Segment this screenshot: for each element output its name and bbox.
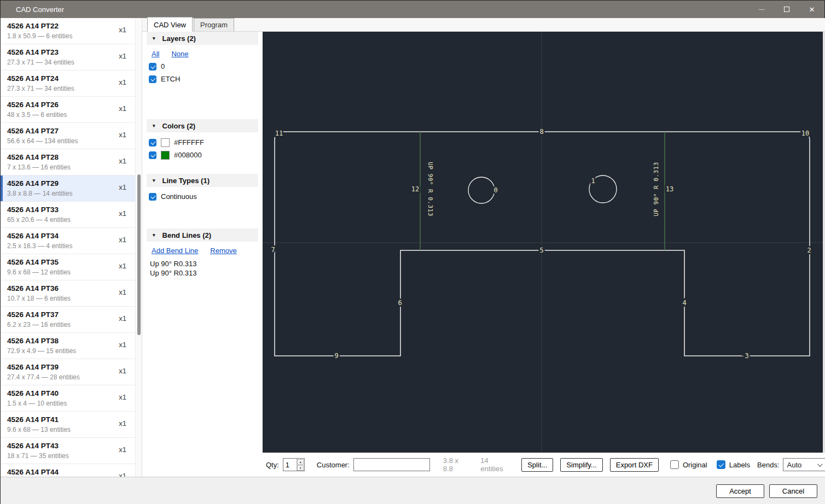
cad-canvas[interactable]: UP 90° R 0.313 UP 90° R 0.313 0 1 2 3 4 … — [263, 32, 825, 453]
part-list-item[interactable]: 4526 A14 PT41 9.6 x 68 — 13 entities x1 — [1, 412, 135, 438]
bend-lines-header[interactable]: ▾ Bend Lines (2) — [147, 228, 258, 242]
part-list-item[interactable]: 4526 A14 PT26 48 x 3.5 — 6 entities x1 — [1, 97, 135, 123]
part-title: 4526 A14 PT22 — [7, 22, 129, 30]
part-list-item[interactable]: 4526 A14 PT36 10.7 x 18 — 6 entities x1 — [1, 280, 135, 307]
tab-program[interactable]: Program — [194, 18, 234, 31]
part-subtitle: 27.3 x 71 — 34 entities — [7, 58, 129, 66]
part-list-item[interactable]: 4526 A14 PT44 x1 — [1, 464, 135, 477]
split-button[interactable]: Split... — [521, 458, 553, 472]
part-list-item[interactable]: 4526 A14 PT22 1.8 x 50.9 — 6 entities x1 — [1, 18, 135, 44]
export-dxf-button[interactable]: Export DXF — [610, 458, 659, 472]
close-button[interactable]: ✕ — [799, 1, 824, 18]
remove-bend-line-link[interactable]: Remove — [210, 247, 236, 255]
qty-input[interactable] — [283, 459, 297, 471]
part-list-item[interactable]: 4526 A14 PT27 56.6 x 64 — 134 entities x… — [1, 123, 135, 149]
part-list-item[interactable]: 4526 A14 PT35 9.6 x 68 — 12 entities x1 — [1, 254, 135, 280]
color-green-checkbox[interactable] — [149, 151, 156, 159]
color-row-green[interactable]: #008000 — [149, 150, 263, 160]
minimize-button[interactable] — [749, 1, 774, 18]
continuous-checkbox[interactable] — [149, 193, 156, 201]
part-title: 4526 A14 PT28 — [7, 153, 129, 161]
layer-row-etch[interactable]: ETCH — [149, 74, 263, 84]
part-list-item[interactable]: 4526 A14 PT38 72.9 x 4.9 — 15 entities x… — [1, 333, 135, 359]
close-icon: ✕ — [809, 5, 815, 14]
qty-up-button[interactable]: ▲ — [297, 459, 304, 465]
labels-checkbox[interactable] — [717, 460, 725, 469]
part-qty: x1 — [119, 288, 126, 296]
part-subtitle: 18 x 71 — 35 entities — [7, 452, 129, 460]
part-title: 4526 A14 PT26 — [7, 101, 129, 109]
part-subtitle: 72.9 x 4.9 — 15 entities — [7, 347, 129, 355]
colors-header[interactable]: ▾ Colors (2) — [147, 119, 258, 132]
part-list-item[interactable]: 4526 A14 PT24 27.3 x 71 — 34 entities x1 — [1, 71, 135, 97]
tab-cad-view[interactable]: CAD View — [147, 17, 193, 32]
line-types-section: ▾ Line Types (1) Continuous — [142, 174, 263, 202]
line-type-row[interactable]: Continuous — [149, 191, 263, 202]
layers-all-link[interactable]: All — [152, 50, 159, 58]
part-title: 4526 A14 PT35 — [7, 258, 129, 266]
part-list-item[interactable]: 4526 A14 PT39 27.4 x 77.4 — 28 entities … — [1, 359, 135, 385]
layers-none-link[interactable]: None — [171, 50, 188, 58]
maximize-button[interactable] — [774, 1, 799, 18]
parts-list: 4526 A14 PT22 1.8 x 50.9 — 6 entities x1… — [1, 18, 135, 477]
part-list-item[interactable]: 4526 A14 PT34 2.5 x 16.3 — 4 entities x1 — [1, 228, 135, 254]
line-types-header[interactable]: ▾ Line Types (1) — [147, 174, 258, 187]
part-list-item[interactable]: 4526 A14 PT29 3.8 x 8.8 — 14 entities x1 — [1, 175, 135, 202]
caret-down-icon: ▾ — [153, 123, 155, 128]
canvas-scrollbar[interactable] — [823, 32, 825, 453]
bend-line-item[interactable]: Up 90° R0.313 — [150, 260, 263, 268]
add-bend-line-link[interactable]: Add Bend Line — [152, 247, 198, 255]
sidebar-scrollbar[interactable] — [135, 18, 142, 477]
entity-label-0: 0 — [493, 186, 497, 194]
quantity-stepper[interactable]: ▲ ▼ — [283, 458, 305, 471]
cancel-button[interactable]: Cancel — [769, 484, 817, 498]
part-subtitle: 48 x 3.5 — 6 entities — [7, 111, 129, 119]
part-list-item[interactable]: 4526 A14 PT40 1.5 x 4 — 10 entities x1 — [1, 385, 135, 412]
options-panel: ▾ Layers (2) All None 0 ETCH ▾ — [142, 32, 263, 477]
original-label: Original — [683, 461, 707, 469]
bends-select[interactable]: Auto — [783, 458, 825, 471]
part-qty: x1 — [119, 341, 126, 349]
part-qty: x1 — [119, 446, 126, 454]
simplify-button[interactable]: Simplify... — [560, 458, 602, 472]
color-white-label: #FFFFFF — [174, 138, 204, 146]
part-title: 4526 A14 PT41 — [7, 415, 129, 424]
part-list-item[interactable]: 4526 A14 PT28 7 x 13.6 — 16 entities x1 — [1, 149, 135, 175]
part-list-item[interactable]: 4526 A14 PT43 18 x 71 — 35 entities x1 — [1, 438, 135, 464]
layer-0-checkbox[interactable] — [149, 63, 156, 71]
part-subtitle: 9.6 x 68 — 12 entities — [7, 268, 129, 276]
color-white-swatch — [161, 138, 170, 147]
part-title: 4526 A14 PT23 — [7, 48, 129, 56]
part-list-item[interactable]: 4526 A14 PT23 27.3 x 71 — 34 entities x1 — [1, 44, 135, 71]
color-white-checkbox[interactable] — [149, 139, 156, 146]
layer-etch-checkbox[interactable] — [149, 75, 156, 83]
layer-row-0[interactable]: 0 — [149, 61, 263, 72]
colors-title: Colors (2) — [162, 122, 196, 130]
entity-label-6: 6 — [398, 299, 402, 307]
qty-down-button[interactable]: ▼ — [297, 465, 304, 471]
entity-label-4: 4 — [682, 299, 686, 307]
bends-label: Bends: — [757, 461, 779, 469]
part-subtitle: 10.7 x 18 — 6 entities — [7, 295, 129, 302]
entity-label-2: 2 — [807, 247, 811, 254]
color-green-label: #008000 — [174, 151, 202, 159]
part-title: 4526 A14 PT36 — [7, 284, 129, 292]
layers-header[interactable]: ▾ Layers (2) — [147, 32, 258, 45]
part-title: 4526 A14 PT27 — [7, 127, 129, 135]
part-list-item[interactable]: 4526 A14 PT33 65 x 20.6 — 4 entities x1 — [1, 202, 135, 228]
part-qty: x1 — [119, 131, 126, 139]
caret-down-icon: ▾ — [153, 232, 155, 238]
accept-button[interactable]: Accept — [716, 484, 764, 498]
sidebar-scrollbar-thumb[interactable] — [137, 174, 141, 335]
original-checkbox[interactable] — [670, 460, 679, 469]
color-row-white[interactable]: #FFFFFF — [149, 137, 263, 148]
part-list-item[interactable]: 4526 A14 PT37 6.2 x 23 — 16 entities x1 — [1, 307, 135, 333]
part-qty: x1 — [119, 209, 126, 218]
part-title: 4526 A14 PT34 — [7, 232, 129, 240]
bend-line-item[interactable]: Up 90° R0.313 — [150, 269, 263, 277]
entity-label-11: 11 — [275, 130, 283, 137]
part-outline — [275, 132, 810, 356]
customer-input[interactable] — [353, 458, 430, 471]
part-qty: x1 — [119, 367, 126, 375]
part-qty: x1 — [119, 314, 126, 323]
